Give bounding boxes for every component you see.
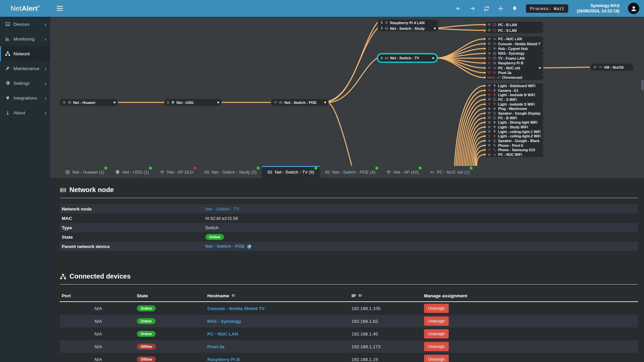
logo-text: Net xyxy=(10,4,21,12)
node-light-sideboard-wifi[interactable]: Light - Sideboard WiFi xyxy=(485,83,543,88)
node-chromecast[interactable]: NoneChromecast xyxy=(485,75,543,80)
node-net-switch-poe[interactable]: Net - Switch - POE xyxy=(271,99,329,106)
divider xyxy=(60,198,638,198)
notifications-bell-icon[interactable] xyxy=(512,6,518,11)
node-light-study-wifi[interactable]: Light - Study WiFi xyxy=(485,125,543,129)
wifi-icon xyxy=(487,84,491,87)
tab-label: Net - Huawei (1) xyxy=(72,170,104,175)
sidebar-toggle-icon[interactable] xyxy=(57,5,63,12)
unassign-button[interactable]: Unassign xyxy=(424,329,449,339)
column-header-label[interactable]: Hostname xyxy=(207,293,229,298)
sidebar-item-settings[interactable]: Settings‹ xyxy=(0,76,50,90)
node-raspberry-pi-4-lan[interactable]: 5Raspberry Pi 4 LAN xyxy=(378,20,438,25)
node-plug-washroom[interactable]: Plug - Washroom xyxy=(485,106,543,111)
node-camera-e1[interactable]: Camera - E1 xyxy=(485,88,543,93)
chevron-left-icon: ‹ xyxy=(45,36,47,42)
tab-net-switch-tv-9[interactable]: Net - Switch - TV (9) xyxy=(262,166,320,178)
node-pc-s-wifi[interactable]: PC - S WiFi xyxy=(485,97,543,102)
node-pc-nuc-wifi[interactable]: PC - NUC WiFi xyxy=(485,152,543,157)
node-speaker-google-display[interactable]: Speaker - Google Display xyxy=(485,111,543,116)
node-pixel-3a[interactable]: Pixel-3a xyxy=(485,70,543,75)
hostname-link[interactable]: PC - NUC LAN xyxy=(207,331,238,337)
network-topology-diagram[interactable]: Net - Huawei1Net - USGNet - Switch - POE… xyxy=(50,17,644,166)
tab-pc-nuc-old-1[interactable]: PC - NUC old (1) xyxy=(424,166,475,178)
node-net-huawei[interactable]: Net - Huawei xyxy=(60,99,118,106)
unassign-button[interactable]: Unassign xyxy=(424,342,449,351)
wifi-icon xyxy=(487,61,491,65)
hostname-link[interactable]: Console - Nvidia Shield TV xyxy=(207,306,265,311)
hostname-link[interactable]: Raspberry Pi B xyxy=(207,357,240,362)
sidebar-item-about[interactable]: About‹ xyxy=(0,105,50,120)
plug-icon xyxy=(5,95,10,101)
connector-square xyxy=(539,67,541,69)
refresh-icon[interactable] xyxy=(484,6,489,11)
node-nas-synology[interactable]: NAS - Synology xyxy=(485,51,543,56)
node-label: Chromecast xyxy=(502,75,541,79)
parent-device-link[interactable]: Net - Switch - POE xyxy=(205,244,252,249)
node-pc-nuc-lan[interactable]: PC - NUC LAN xyxy=(485,37,543,41)
sidebar-item-integrations[interactable]: Integrations‹ xyxy=(0,90,50,105)
tab-net-switch-poe-4[interactable]: Net - Switch - POE (4) xyxy=(320,166,381,178)
wifi-icon xyxy=(487,139,491,143)
node-console-nvidia-shield-tv[interactable]: Console - Nvidia Shield TV xyxy=(485,41,543,46)
hostname-link[interactable]: Pixel-3a xyxy=(207,344,224,349)
network-node-tabs: Net - Huawei (1)Net - USG (1)Net - AP OL… xyxy=(50,166,644,178)
ip-cell: 192.168.1.105 xyxy=(350,306,422,311)
network-node-link[interactable]: Net - Switch - TV xyxy=(205,206,239,212)
node-net-usg[interactable]: 1Net - USG xyxy=(164,99,222,106)
node-speaker-google-black[interactable]: Speaker - Google - Black xyxy=(485,138,543,143)
diagram-scrollbar[interactable] xyxy=(641,80,644,90)
node-pc-s-lan[interactable]: PC - S LAN xyxy=(485,27,543,33)
tab-net-switch-study-2[interactable]: Net - Switch - Study (2) xyxy=(199,166,262,178)
tab-net-ap-old[interactable]: Net - AP OLD xyxy=(154,166,199,178)
node-hub-cygnet-hub[interactable]: Hub - Cygnet Hub xyxy=(485,46,543,51)
node-raspberry-pi-b[interactable]: Raspberry Pi B xyxy=(485,61,543,65)
pan-move-icon[interactable] xyxy=(498,6,503,11)
node-tv-frame-lan[interactable]: TV - Frame LAN xyxy=(485,56,543,61)
ext-icon xyxy=(247,244,252,249)
ip-cell: 192.168.1.19 xyxy=(350,357,422,362)
node-pc-nuc-old[interactable]: PC - NUC old xyxy=(485,65,543,70)
wifi-icon xyxy=(593,65,597,69)
wifi-icon xyxy=(487,98,491,101)
detail-text: f4:92:bf:a3:f3:56 xyxy=(205,216,238,221)
tab-net-ap-42[interactable]: Net - AP (42) xyxy=(381,166,424,178)
node-phone-pixel-6[interactable]: Phone - Pixel 6 xyxy=(485,143,543,148)
tab-label: Net - AP OLD xyxy=(167,170,194,175)
tab-net-usg-1[interactable]: Net - USG (1) xyxy=(110,166,154,178)
tab-net-huawei-1[interactable]: Net - Huawei (1) xyxy=(60,166,110,178)
host-timestamp: (26/06/2024, 14:22:16) xyxy=(577,8,620,14)
sidebar-item-network[interactable]: Network xyxy=(0,46,50,61)
node-pc-b-lan[interactable]: PC - B LAN xyxy=(485,22,543,27)
wifi-icon xyxy=(487,28,491,32)
home-icon xyxy=(487,47,491,50)
chevron-left-icon: ‹ xyxy=(45,95,47,101)
process-status-badge[interactable]: Process: Wait xyxy=(526,4,568,13)
sidebar-item-label: Monitoring xyxy=(13,37,42,42)
unassign-button[interactable]: Unassign xyxy=(424,316,449,326)
node-vm-nixos[interactable]: VM - NixOS xyxy=(590,64,633,71)
node-light-dining-light-wifi[interactable]: Light - Dining light WiFi xyxy=(485,120,543,125)
node-light-bedside-b-wifi[interactable]: Light - bedside B WiFi xyxy=(485,93,543,97)
network-node-section: Network node Network nodeNet - Switch - … xyxy=(60,186,638,362)
node-net-switch-tv[interactable]: 4Net - Switch - TV xyxy=(378,54,437,62)
app-logo[interactable]: NetAlertx xyxy=(0,0,50,17)
node-light-ceiling-light-2-wifi[interactable]: Light - ceiling-light-2 WiFi xyxy=(485,134,543,139)
unassign-button[interactable]: Unassign xyxy=(424,355,449,362)
node-net-switch-study[interactable]: 3Net - Switch - Study xyxy=(378,25,438,31)
node-label: Net - USG xyxy=(176,101,216,105)
node-pc-b-wifi[interactable]: PC - B WiFi xyxy=(485,116,543,120)
node-label: Light - Study WiFi xyxy=(498,125,541,129)
node-light-ceiling-light-1-wifi[interactable]: Light - ceiling-light-1 WiFi xyxy=(485,129,543,134)
sidebar-item-maintenance[interactable]: Maintenance‹ xyxy=(0,61,50,76)
back-icon[interactable] xyxy=(455,6,461,11)
avatar[interactable] xyxy=(628,3,639,14)
sidebar-item-devices[interactable]: Devices‹ xyxy=(0,17,50,32)
node-light-bedside-s-wifi[interactable]: Light - bedside S WiFi xyxy=(485,102,543,107)
unassign-button[interactable]: Unassign xyxy=(424,304,449,313)
node-phone-samsung-s10[interactable]: Phone - Samsung S10 xyxy=(485,148,543,153)
hostname-link[interactable]: NAS - Synology xyxy=(207,319,241,324)
column-header-label[interactable]: IP xyxy=(352,293,356,298)
sidebar-item-monitoring[interactable]: Monitoring‹ xyxy=(0,32,50,46)
forward-icon[interactable] xyxy=(470,6,475,11)
